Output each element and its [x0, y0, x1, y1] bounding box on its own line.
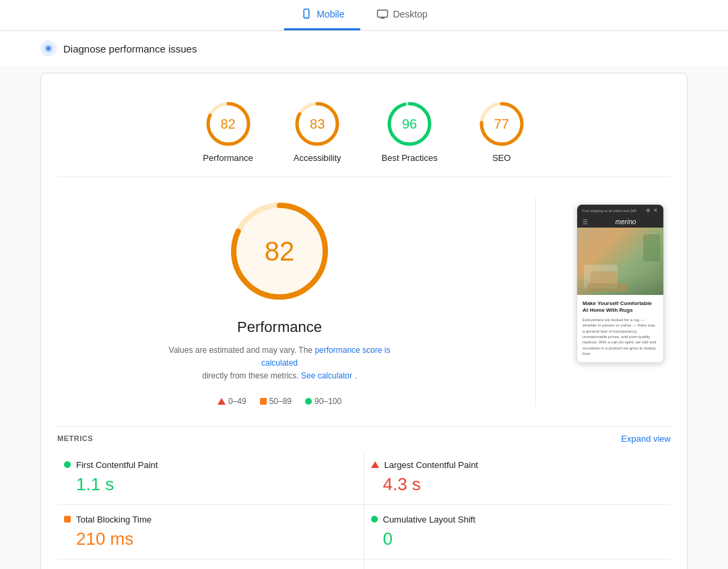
big-score-circle: 82 [226, 197, 333, 305]
metric-fcp-value: 1.1 s [64, 474, 357, 495]
metric-cls: Cumulative Layout Shift 0 [364, 505, 671, 560]
svg-point-6 [46, 46, 51, 51]
phone-top-bar: Free shipping on all orders over $49 ⊕ ✕ [577, 205, 663, 216]
score-circle-best-practices: 96 [386, 100, 433, 147]
legend-good-label: 90–100 [315, 397, 341, 406]
metric-fcp-name: First Contentful Paint [76, 460, 158, 470]
svg-point-1 [306, 17, 307, 18]
desktop-icon [376, 8, 389, 20]
score-accessibility[interactable]: 83 Accessibility [294, 100, 341, 163]
metrics-header: METRICS Expand view [57, 426, 671, 450]
phone-controls: ⊕ ✕ [646, 207, 658, 213]
performance-section: 82 Performance Values are estimated and … [57, 177, 671, 426]
performance-description: Values are estimated and may vary. The p… [165, 344, 394, 383]
score-label-accessibility: Accessibility [294, 153, 341, 163]
metric-lcp-name-row: Largest Contentful Paint [371, 460, 665, 470]
metrics-grid: First Contentful Paint 1.1 s Largest Con… [57, 450, 671, 569]
legend-triangle-icon [218, 398, 226, 405]
score-value-accessibility: 83 [310, 116, 325, 132]
performance-left: 82 Performance Values are estimated and … [57, 197, 502, 406]
metric-tbt: Total Blocking Time 210 ms [57, 505, 364, 560]
metric-cls-value: 0 [371, 529, 665, 549]
phone-logo: merino [593, 218, 658, 226]
tab-mobile-label: Mobile [317, 9, 344, 20]
score-best-practices[interactable]: 96 Best Practices [382, 100, 438, 163]
phone-text-area: Make Yourself Comfortable At Home With R… [577, 295, 663, 362]
desc-middle: directly from these metrics. [202, 371, 298, 380]
desc-start: Values are estimated and may vary. The [169, 345, 312, 355]
metric-fcp-name-row: First Contentful Paint [64, 460, 357, 470]
big-score-value: 82 [265, 236, 295, 267]
score-value-best-practices: 96 [402, 116, 417, 132]
score-circle-performance: 82 [205, 100, 252, 147]
metrics-title: METRICS [57, 434, 93, 442]
metric-fcp-indicator [64, 461, 71, 468]
legend-circle-icon [305, 398, 312, 405]
score-value-seo: 77 [494, 116, 509, 132]
score-circle-seo: 77 [478, 100, 525, 147]
divider [535, 197, 536, 406]
tab-desktop[interactable]: Desktop [360, 0, 443, 30]
score-label-seo: SEO [492, 153, 510, 163]
metric-lcp-value: 4.3 s [371, 474, 665, 495]
performance-title: Performance [237, 319, 322, 336]
phone-body: Everywhere we looked for a rug — whether… [583, 317, 658, 357]
metric-tbt-name-row: Total Blocking Time [64, 514, 357, 525]
tab-desktop-label: Desktop [393, 9, 427, 20]
desc-link-calc[interactable]: See calculator [301, 371, 352, 380]
phone-shipping-text: Free shipping on all orders over $49 [583, 209, 636, 213]
phone-nav-bar: ☰ merino [577, 216, 663, 228]
legend-square-icon [260, 398, 267, 405]
diagnose-text: Diagnose performance issues [63, 43, 197, 55]
metric-si: Speed Index 1.9 s [57, 560, 364, 569]
metric-lcp: Largest Contentful Paint 4.3 s [364, 450, 671, 505]
legend-poor-label: 0–49 [228, 397, 246, 406]
score-label-best-practices: Best Practices [382, 153, 438, 163]
metric-lcp-indicator [371, 461, 379, 468]
phone-mockup: Free shipping on all orders over $49 ⊕ ✕… [576, 204, 664, 363]
score-seo[interactable]: 77 SEO [478, 100, 525, 163]
metric-tbt-value: 210 ms [64, 529, 357, 549]
metric-lcp-name: Largest Contentful Paint [385, 460, 478, 470]
mobile-icon [300, 8, 312, 20]
metric-tbt-name: Total Blocking Time [76, 514, 152, 525]
diagnose-bar: Diagnose performance issues [0, 31, 728, 66]
svg-rect-2 [378, 10, 388, 18]
legend-needs-label: 50–89 [269, 397, 292, 406]
phone-image [577, 228, 663, 295]
legend-good: 90–100 [305, 397, 341, 406]
score-value-performance: 82 [220, 116, 235, 132]
metric-cls-name: Cumulative Layout Shift [383, 514, 475, 525]
scores-row: 82 Performance 83 Accessibility [57, 90, 671, 177]
score-performance[interactable]: 82 Performance [203, 100, 253, 163]
legend-poor: 0–49 [218, 397, 246, 406]
metric-tbt-indicator [64, 516, 71, 523]
metric-fcp: First Contentful Paint 1.1 s [57, 450, 364, 505]
metric-cls-name-row: Cumulative Layout Shift [371, 514, 665, 525]
diagnose-icon [40, 40, 57, 57]
phone-heading: Make Yourself Comfortable At Home With R… [583, 300, 658, 314]
score-circle-accessibility: 83 [294, 100, 341, 147]
metric-cls-indicator [371, 516, 378, 523]
performance-right: Free shipping on all orders over $49 ⊕ ✕… [570, 197, 671, 406]
score-label-performance: Performance [203, 153, 253, 163]
legend-needs-improvement: 50–89 [260, 397, 292, 406]
main-card: 82 Performance 83 Accessibility [40, 73, 688, 569]
tab-mobile[interactable]: Mobile [284, 0, 360, 30]
desc-end: . [354, 371, 356, 380]
tab-bar: Mobile Desktop [0, 0, 728, 31]
legend: 0–49 50–89 90–100 [218, 397, 341, 406]
expand-view-button[interactable]: Expand view [621, 434, 671, 444]
